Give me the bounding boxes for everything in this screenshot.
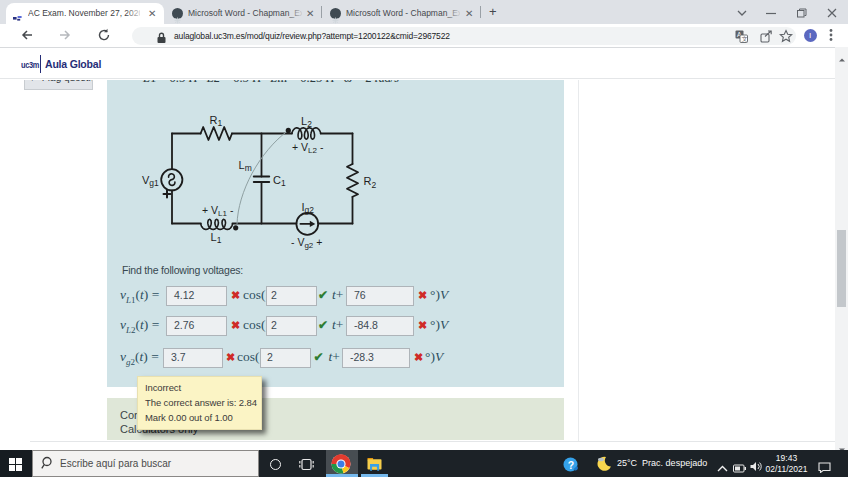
svg-text:L2: L2 [301, 115, 312, 130]
svg-text:L1: L1 [211, 231, 222, 246]
svg-text:Vg1: Vg1 [142, 174, 159, 189]
svg-text:- Vg2 +: - Vg2 + [291, 236, 322, 250]
svg-text:+ VL1 -: + VL1 - [202, 204, 234, 218]
svg-text:C1: C1 [273, 174, 286, 189]
svg-text:R2: R2 [364, 175, 377, 190]
svg-text:?: ? [568, 459, 574, 471]
svg-text:R1: R1 [210, 114, 223, 129]
svg-text:文: 文 [742, 35, 748, 42]
svg-text:+ VL2 -: + VL2 - [292, 141, 324, 155]
svg-text:Lm: Lm [239, 159, 252, 174]
